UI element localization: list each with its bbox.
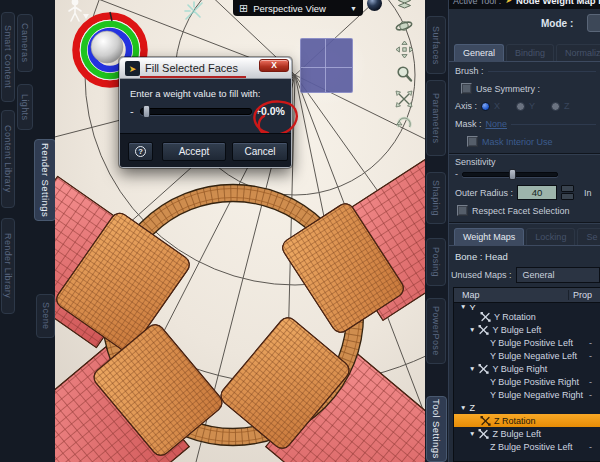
frame-icon[interactable] [395, 90, 413, 108]
selected-face-highlight [300, 38, 353, 93]
map-row[interactable]: Z Rotation [454, 414, 600, 427]
map-row[interactable]: Y Rotation [454, 310, 600, 323]
weight-value: 0.0% [261, 105, 285, 117]
expander-icon[interactable]: ▼ [469, 365, 475, 372]
accept-button[interactable]: Accept [162, 142, 226, 161]
tab-label: Smart Content [3, 25, 13, 88]
sensitivity-label-row: Sensitivity [449, 157, 600, 167]
pan-icon[interactable] [396, 41, 413, 58]
map-rows: ▼ Y [454, 303, 600, 453]
tab-selection[interactable]: Se [577, 228, 600, 245]
bone-icon [478, 325, 489, 335]
prop-column-header[interactable]: Prop [568, 290, 600, 300]
map-row-prop: - [589, 377, 600, 387]
map-row-label: Y Bulge Left [492, 325, 541, 335]
active-tool-label: Active Tool : [453, 0, 501, 6]
map-row[interactable]: Y Bulge Negative Left - [454, 349, 600, 362]
sidebar-tab-cameras[interactable]: Cameras [17, 14, 33, 72]
panel-tab-surfaces[interactable]: Surfaces [426, 16, 446, 74]
slider-handle[interactable] [143, 105, 150, 118]
tab-weight-maps[interactable]: Weight Maps [454, 228, 524, 245]
sensitivity-label: Sensitivity [455, 157, 496, 167]
expander-icon[interactable]: ▼ [469, 430, 475, 437]
layers-icon[interactable] [396, 0, 413, 11]
panel-tab-parameters[interactable]: Parameters [426, 80, 446, 156]
sensitivity-minus[interactable]: - [455, 169, 458, 179]
map-row-label: Z Rotation [494, 416, 536, 426]
map-row-label: Y Bulge Negative Right [490, 390, 583, 400]
panel-tab-tool-settings[interactable]: Tool Settings [426, 396, 447, 462]
mode-dropdown[interactable] [587, 14, 600, 32]
panel-tab-posing[interactable]: Posing [426, 238, 446, 286]
orbit-icon[interactable] [395, 18, 413, 34]
help-button[interactable]: ? [128, 142, 153, 161]
axis-y-radio[interactable] [516, 102, 525, 111]
respect-facet-checkbox[interactable] [457, 205, 468, 216]
map-row[interactable]: ▼ Z [454, 427, 600, 440]
axis-z-label: Z [564, 101, 570, 111]
mask-label: Mask : [455, 119, 482, 129]
bone-icon [480, 312, 491, 322]
mask-value-link[interactable]: None [486, 119, 508, 129]
dialog-title: Fill Selected Faces [145, 62, 238, 74]
outer-radius-row: Outer Radius : 40 In [449, 184, 600, 201]
sensitivity-slider[interactable] [462, 172, 558, 177]
axis-x-radio[interactable] [481, 102, 490, 111]
sidebar-tab-scene[interactable]: Scene [36, 294, 55, 338]
use-symmetry-checkbox[interactable] [461, 83, 472, 94]
respect-facet-label: Respect Facet Selection [472, 206, 570, 216]
sidebar-tab-smart-content[interactable]: Smart Content [1, 12, 15, 102]
sensitivity-handle[interactable] [509, 169, 516, 180]
chevron-down-icon: ▼ [350, 5, 357, 12]
dialog-button-row: ? Accept Cancel [120, 133, 291, 167]
map-section-tabs: Weight Maps Locking Se [449, 227, 600, 246]
map-row[interactable]: Y Bulge Positive Left - [454, 336, 600, 349]
mask-interior-row: Mask Interior Use [449, 136, 600, 147]
map-column-header[interactable]: Map [454, 290, 568, 300]
map-row[interactable]: ▼ Y [454, 323, 600, 336]
active-tool-name: Node Weight Map B [516, 0, 600, 6]
tab-label: Shaping [431, 180, 441, 216]
outer-radius-input[interactable]: 40 [517, 185, 557, 200]
map-row[interactable]: ▼ Z [454, 401, 600, 414]
map-row[interactable]: Z Bulge Positive Left - [454, 440, 600, 453]
map-row[interactable]: ▼ Y [454, 303, 600, 310]
unused-maps-dropdown[interactable]: General [516, 267, 600, 283]
tab-normalize[interactable]: Normaliz [556, 44, 600, 61]
expander-icon[interactable]: ▼ [469, 326, 475, 333]
reset-view-icon[interactable] [395, 115, 413, 132]
tab-locking[interactable]: Locking [526, 228, 575, 245]
outer-radius-stepper[interactable] [561, 185, 574, 200]
tab-general[interactable]: General [454, 44, 504, 61]
map-row-prop: - [589, 338, 600, 348]
sidebar-tab-render-library[interactable]: Render Library [1, 218, 15, 314]
tab-label: Content Library [3, 125, 13, 193]
map-row[interactable]: Y Bulge Positive Right - [454, 375, 600, 388]
section-divider [449, 153, 600, 155]
axis-z-radio[interactable] [551, 102, 560, 111]
cancel-button[interactable]: Cancel [232, 142, 288, 161]
map-list-header: Map Prop [454, 288, 600, 303]
panel-tab-shaping[interactable]: Shaping [426, 172, 446, 224]
expander-icon[interactable]: ▼ [460, 303, 466, 310]
expander-icon[interactable]: ▼ [460, 404, 466, 411]
figure-node-icon[interactable] [63, 0, 91, 24]
right-dock: Surfaces Parameters Shaping Posing Power… [425, 0, 600, 462]
sidebar-tab-lights[interactable]: Lights [17, 84, 33, 130]
weight-slider[interactable] [140, 108, 252, 115]
view-selector[interactable]: ⊞ Perspective View ▼ [233, 0, 363, 16]
panel-tab-powerpose[interactable]: PowerPose [426, 298, 446, 364]
tab-label: Lights [20, 94, 30, 120]
zoom-icon[interactable] [396, 65, 413, 83]
slider-minus[interactable]: - [130, 105, 134, 117]
map-row-label: Y [469, 303, 475, 310]
bone-row: Bone : Head [449, 251, 600, 262]
sidebar-tab-content-library[interactable]: Content Library [1, 110, 15, 208]
tab-binding[interactable]: Binding [506, 44, 554, 61]
close-button[interactable]: X [259, 59, 289, 72]
mask-interior-checkbox[interactable] [467, 136, 478, 147]
map-row[interactable]: Y Bulge Negative Right - [454, 388, 600, 401]
map-row[interactable]: ▼ Y [454, 362, 600, 375]
sidebar-tab-render-settings[interactable]: Render Settings [34, 139, 56, 221]
use-symmetry-row: Use Symmetry : [449, 83, 600, 94]
